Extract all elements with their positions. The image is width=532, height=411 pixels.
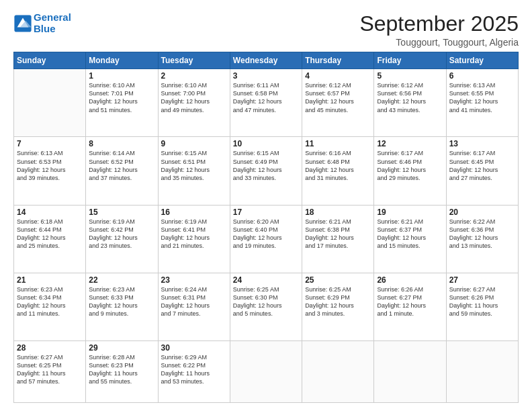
table-row: 10Sunrise: 6:15 AM Sunset: 6:49 PM Dayli…: [230, 137, 302, 205]
day-info: Sunrise: 6:13 AM Sunset: 6:53 PM Dayligh…: [17, 149, 83, 182]
day-number: 20: [449, 208, 515, 217]
day-info: Sunrise: 6:21 AM Sunset: 6:37 PM Dayligh…: [377, 218, 443, 250]
table-row: 1Sunrise: 6:10 AM Sunset: 7:01 PM Daylig…: [86, 69, 158, 137]
day-info: Sunrise: 6:19 AM Sunset: 6:42 PM Dayligh…: [89, 218, 154, 250]
day-number: 26: [377, 275, 443, 285]
day-info: Sunrise: 6:23 AM Sunset: 6:34 PM Dayligh…: [17, 285, 83, 318]
col-friday: Friday: [374, 52, 446, 69]
table-row: 22Sunrise: 6:23 AM Sunset: 6:33 PM Dayli…: [86, 273, 158, 340]
col-wednesday: Wednesday: [230, 52, 302, 69]
day-info: Sunrise: 6:22 AM Sunset: 6:36 PM Dayligh…: [449, 218, 515, 250]
calendar-table: Sunday Monday Tuesday Wednesday Thursday…: [13, 52, 519, 403]
day-number: 12: [377, 139, 443, 148]
day-number: 28: [17, 343, 83, 353]
day-number: 21: [17, 275, 83, 285]
table-row: [230, 340, 302, 402]
day-number: 13: [449, 139, 515, 148]
day-info: Sunrise: 6:18 AM Sunset: 6:44 PM Dayligh…: [17, 218, 83, 250]
day-number: 11: [305, 139, 371, 148]
col-tuesday: Tuesday: [158, 52, 230, 69]
col-thursday: Thursday: [302, 52, 374, 69]
day-info: Sunrise: 6:12 AM Sunset: 6:56 PM Dayligh…: [377, 81, 443, 114]
table-row: 7Sunrise: 6:13 AM Sunset: 6:53 PM Daylig…: [14, 137, 86, 205]
table-row: [14, 69, 86, 137]
day-number: 3: [233, 71, 299, 81]
table-row: 11Sunrise: 6:16 AM Sunset: 6:48 PM Dayli…: [302, 137, 374, 205]
day-number: 7: [17, 139, 83, 148]
table-row: 5Sunrise: 6:12 AM Sunset: 6:56 PM Daylig…: [374, 69, 446, 137]
day-info: Sunrise: 6:24 AM Sunset: 6:31 PM Dayligh…: [161, 285, 227, 318]
day-info: Sunrise: 6:28 AM Sunset: 6:23 PM Dayligh…: [89, 353, 154, 386]
table-row: [302, 340, 374, 402]
table-row: 14Sunrise: 6:18 AM Sunset: 6:44 PM Dayli…: [14, 205, 86, 273]
day-number: 27: [449, 275, 515, 285]
day-info: Sunrise: 6:29 AM Sunset: 6:22 PM Dayligh…: [161, 353, 227, 386]
day-number: 6: [449, 71, 515, 81]
day-info: Sunrise: 6:19 AM Sunset: 6:41 PM Dayligh…: [161, 218, 227, 250]
table-row: 19Sunrise: 6:21 AM Sunset: 6:37 PM Dayli…: [374, 205, 446, 273]
day-info: Sunrise: 6:15 AM Sunset: 6:49 PM Dayligh…: [233, 149, 299, 182]
day-info: Sunrise: 6:26 AM Sunset: 6:27 PM Dayligh…: [377, 285, 443, 318]
day-info: Sunrise: 6:14 AM Sunset: 6:52 PM Dayligh…: [89, 149, 154, 182]
day-number: 19: [377, 208, 443, 217]
day-info: Sunrise: 6:17 AM Sunset: 6:45 PM Dayligh…: [449, 149, 515, 182]
day-number: 30: [161, 343, 227, 353]
table-row: 2Sunrise: 6:10 AM Sunset: 7:00 PM Daylig…: [158, 69, 230, 137]
day-number: 5: [377, 71, 443, 81]
col-saturday: Saturday: [446, 52, 518, 69]
day-info: Sunrise: 6:11 AM Sunset: 6:58 PM Dayligh…: [233, 81, 299, 114]
day-info: Sunrise: 6:23 AM Sunset: 6:33 PM Dayligh…: [89, 285, 154, 318]
table-row: 13Sunrise: 6:17 AM Sunset: 6:45 PM Dayli…: [446, 137, 518, 205]
day-info: Sunrise: 6:25 AM Sunset: 6:30 PM Dayligh…: [233, 285, 299, 318]
day-number: 16: [161, 208, 227, 217]
table-row: 12Sunrise: 6:17 AM Sunset: 6:46 PM Dayli…: [374, 137, 446, 205]
page: General Blue September 2025 Touggourt, T…: [0, 0, 532, 411]
day-info: Sunrise: 6:21 AM Sunset: 6:38 PM Dayligh…: [305, 218, 371, 250]
day-number: 8: [89, 139, 154, 148]
day-info: Sunrise: 6:25 AM Sunset: 6:29 PM Dayligh…: [305, 285, 371, 318]
day-number: 15: [89, 208, 154, 217]
logo-icon: [13, 14, 32, 33]
day-number: 9: [161, 139, 227, 148]
day-number: 18: [305, 208, 371, 217]
location-subtitle: Touggourt, Touggourt, Algeria: [359, 37, 519, 48]
day-info: Sunrise: 6:16 AM Sunset: 6:48 PM Dayligh…: [305, 149, 371, 182]
table-row: 29Sunrise: 6:28 AM Sunset: 6:23 PM Dayli…: [86, 340, 158, 402]
table-row: 24Sunrise: 6:25 AM Sunset: 6:30 PM Dayli…: [230, 273, 302, 340]
logo-line1: General: [34, 11, 71, 23]
day-info: Sunrise: 6:20 AM Sunset: 6:40 PM Dayligh…: [233, 218, 299, 250]
table-row: 26Sunrise: 6:26 AM Sunset: 6:27 PM Dayli…: [374, 273, 446, 340]
day-number: 17: [233, 208, 299, 217]
table-row: 8Sunrise: 6:14 AM Sunset: 6:52 PM Daylig…: [86, 137, 158, 205]
day-info: Sunrise: 6:27 AM Sunset: 6:25 PM Dayligh…: [17, 353, 83, 386]
day-number: 29: [89, 343, 154, 353]
table-row: [374, 340, 446, 402]
header: General Blue September 2025 Touggourt, T…: [13, 12, 519, 48]
table-row: [446, 340, 518, 402]
day-info: Sunrise: 6:27 AM Sunset: 6:26 PM Dayligh…: [449, 285, 515, 318]
day-info: Sunrise: 6:17 AM Sunset: 6:46 PM Dayligh…: [377, 149, 443, 182]
table-row: 20Sunrise: 6:22 AM Sunset: 6:36 PM Dayli…: [446, 205, 518, 273]
day-info: Sunrise: 6:13 AM Sunset: 6:55 PM Dayligh…: [449, 81, 515, 114]
day-number: 4: [305, 71, 371, 81]
day-info: Sunrise: 6:10 AM Sunset: 7:01 PM Dayligh…: [89, 81, 154, 114]
col-sunday: Sunday: [14, 52, 86, 69]
day-number: 1: [89, 71, 154, 81]
table-row: 4Sunrise: 6:12 AM Sunset: 6:57 PM Daylig…: [302, 69, 374, 137]
table-row: 27Sunrise: 6:27 AM Sunset: 6:26 PM Dayli…: [446, 273, 518, 340]
table-row: 18Sunrise: 6:21 AM Sunset: 6:38 PM Dayli…: [302, 205, 374, 273]
month-title: September 2025: [359, 12, 519, 36]
day-number: 24: [233, 275, 299, 285]
table-row: 17Sunrise: 6:20 AM Sunset: 6:40 PM Dayli…: [230, 205, 302, 273]
day-number: 14: [17, 208, 83, 217]
day-number: 2: [161, 71, 227, 81]
table-row: 30Sunrise: 6:29 AM Sunset: 6:22 PM Dayli…: [158, 340, 230, 402]
table-row: 6Sunrise: 6:13 AM Sunset: 6:55 PM Daylig…: [446, 69, 518, 137]
table-row: 9Sunrise: 6:15 AM Sunset: 6:51 PM Daylig…: [158, 137, 230, 205]
logo-text: General Blue: [34, 12, 71, 34]
calendar-header-row: Sunday Monday Tuesday Wednesday Thursday…: [14, 52, 519, 69]
logo-line2: Blue: [34, 23, 56, 34]
day-info: Sunrise: 6:10 AM Sunset: 7:00 PM Dayligh…: [161, 81, 227, 114]
table-row: 21Sunrise: 6:23 AM Sunset: 6:34 PM Dayli…: [14, 273, 86, 340]
table-row: 28Sunrise: 6:27 AM Sunset: 6:25 PM Dayli…: [14, 340, 86, 402]
